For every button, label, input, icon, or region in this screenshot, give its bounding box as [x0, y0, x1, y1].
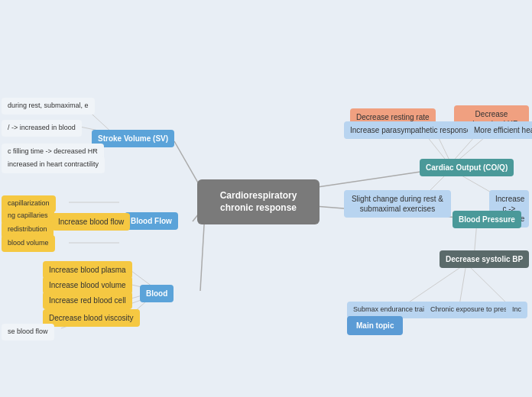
increase-blood-flow-node: Increase blood flow	[52, 213, 130, 231]
blood-label: Blood	[146, 289, 167, 298]
blood-flow-node: Blood Flow	[125, 212, 178, 230]
stroke-volume-node: Stroke Volume (SV)	[92, 130, 174, 147]
main-topic-node: Main topic	[347, 316, 403, 335]
decrease-systolic-bp-node: Decrease systolic BP	[440, 250, 529, 268]
blood-volume-left-node: blood volume	[2, 235, 55, 252]
increase-red-blood-node: Increase red blood cell	[43, 292, 132, 309]
cardiac-output-label: Cardiac Output (CO/Q)	[426, 163, 508, 172]
increase-parasympathetic-node: Increase parasympathetic response	[344, 121, 477, 139]
decrease-blood-viscosity-node: Decrease blood viscosity	[43, 309, 140, 327]
sv-text1: during rest, submaximal, e	[2, 98, 95, 115]
blood-pressure-node: Blood Pressure	[453, 211, 521, 228]
slight-change-node: Slight change during rest & submaximal e…	[344, 190, 451, 218]
blood-pressure-label: Blood Pressure	[459, 215, 515, 224]
mindmap-container: Cardiorespiratory chronic response Strok…	[0, 0, 532, 397]
center-label: Cardiorespiratory chronic response	[220, 190, 297, 213]
inc-right-node: Inc	[506, 302, 527, 318]
more-efficient-heart-node: More efficient heart	[468, 121, 532, 139]
stroke-volume-label: Stroke Volume (SV)	[98, 134, 168, 143]
blood-node: Blood	[140, 285, 174, 302]
center-node: Cardiorespiratory chronic response	[197, 179, 320, 224]
sv-text2: / -> increased in blood	[2, 120, 82, 137]
se-blood-flow-node: se blood flow	[2, 324, 54, 341]
cardiac-output-node: Cardiac Output (CO/Q)	[420, 159, 514, 176]
sv-text4: increased in heart contractility	[2, 157, 105, 173]
blood-flow-label: Blood Flow	[131, 217, 172, 225]
